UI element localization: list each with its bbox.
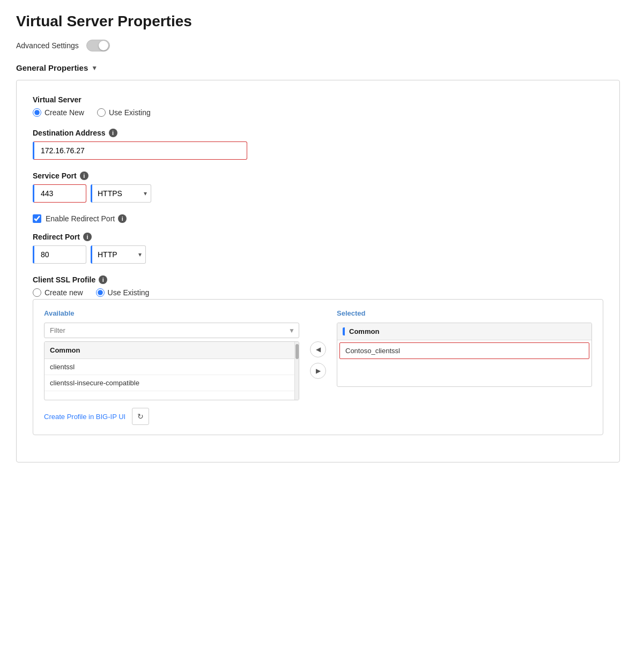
redirect-port-info-icon[interactable]: i: [118, 214, 127, 223]
redirect-port-field-info-icon[interactable]: i: [83, 233, 92, 241]
chevron-down-icon: ▼: [91, 64, 98, 72]
selected-column: Selected Common Contoso_clientssl: [337, 309, 592, 387]
create-new-radio-label: Create New: [45, 108, 84, 117]
available-item-clientssl[interactable]: clientssl: [45, 359, 299, 375]
virtual-server-group: Virtual Server Create New Use Existing: [33, 95, 603, 117]
service-port-input[interactable]: [33, 184, 86, 203]
create-profile-link[interactable]: Create Profile in BIG-IP UI: [44, 413, 125, 421]
create-new-radio[interactable]: [33, 108, 41, 117]
available-item-clientssl-insecure[interactable]: clientssl-insecure-compatible: [45, 375, 299, 391]
ssl-use-existing-label: Use Existing: [108, 288, 150, 297]
ssl-use-existing-radio-option[interactable]: Use Existing: [96, 288, 150, 297]
use-existing-radio-label: Use Existing: [109, 108, 151, 117]
properties-card: Virtual Server Create New Use Existing D…: [16, 80, 620, 462]
selected-list-box: Common Contoso_clientssl: [337, 323, 592, 387]
selected-column-title: Selected: [337, 309, 592, 317]
available-group-header-label: Common: [50, 346, 80, 354]
filter-input[interactable]: [44, 323, 299, 338]
redirect-port-group: Redirect Port i HTTP HTTPS: [33, 233, 603, 264]
advanced-settings-toggle[interactable]: [86, 40, 110, 51]
port-input-wrapper: [33, 184, 86, 203]
available-column: Available ▼ Common clientssl clientssl-i…: [44, 309, 299, 400]
enable-redirect-port-row: Enable Redirect Port i: [33, 214, 603, 223]
use-existing-radio-option[interactable]: Use Existing: [97, 108, 151, 117]
destination-address-label: Destination Address i: [33, 129, 603, 137]
transfer-right-button[interactable]: ▶: [310, 363, 326, 379]
client-ssl-profile-label: Client SSL Profile i: [33, 275, 603, 284]
filter-wrapper: ▼: [44, 323, 299, 338]
available-group-header[interactable]: Common: [45, 342, 299, 359]
protocol-select-wrapper: HTTPS HTTP FTP SMTP: [91, 184, 151, 203]
ssl-columns: Available ▼ Common clientssl clientssl-i…: [44, 309, 592, 400]
ssl-create-new-label: Create new: [45, 288, 83, 297]
redirect-protocol-select[interactable]: HTTP HTTPS: [92, 245, 146, 264]
destination-address-info-icon[interactable]: i: [109, 129, 117, 137]
available-column-title: Available: [44, 309, 299, 317]
enable-redirect-port-checkbox[interactable]: [33, 214, 41, 223]
advanced-settings-label: Advanced Settings: [16, 41, 79, 50]
refresh-icon: ↻: [137, 412, 144, 421]
destination-address-wrapper: [33, 141, 247, 160]
selected-group-header: Common: [337, 323, 591, 340]
redirect-port-input[interactable]: [33, 245, 86, 264]
refresh-button[interactable]: ↻: [132, 408, 149, 425]
destination-address-input[interactable]: [33, 141, 247, 160]
enable-redirect-port-label[interactable]: Enable Redirect Port i: [46, 214, 127, 223]
virtual-server-radio-group: Create New Use Existing: [33, 108, 603, 117]
service-port-row: HTTPS HTTP FTP SMTP: [33, 184, 603, 203]
ssl-use-existing-radio[interactable]: [96, 288, 105, 297]
destination-address-group: Destination Address i: [33, 129, 603, 160]
protocol-select[interactable]: HTTPS HTTP FTP SMTP: [92, 184, 151, 203]
available-list-box: Common clientssl clientssl-insecure-comp…: [44, 341, 299, 400]
service-port-label: Service Port i: [33, 171, 603, 180]
service-port-info-icon[interactable]: i: [80, 171, 88, 180]
scroll-track: [294, 342, 299, 400]
blue-bar: [343, 327, 345, 335]
ssl-create-new-radio[interactable]: [33, 288, 41, 297]
ssl-footer: Create Profile in BIG-IP UI ↻: [44, 408, 592, 425]
create-new-radio-option[interactable]: Create New: [33, 108, 84, 117]
selected-group-header-label: Common: [349, 327, 379, 335]
advanced-settings-row: Advanced Settings: [16, 40, 620, 51]
scroll-thumb: [295, 344, 299, 359]
redirect-port-row: HTTP HTTPS: [33, 245, 603, 264]
use-existing-radio[interactable]: [97, 108, 106, 117]
page-title: Virtual Server Properties: [16, 13, 620, 30]
client-ssl-info-icon[interactable]: i: [99, 275, 107, 284]
ssl-dual-list-section: Available ▼ Common clientssl clientssl-i…: [33, 299, 603, 435]
general-properties-section[interactable]: General Properties ▼: [16, 63, 620, 72]
redirect-port-input-wrapper: [33, 245, 86, 264]
redirect-protocol-wrapper: HTTP HTTPS: [91, 245, 146, 264]
service-port-group: Service Port i HTTPS HTTP FTP SMTP: [33, 171, 603, 203]
client-ssl-profile-group: Client SSL Profile i Create new Use Exis…: [33, 275, 603, 435]
redirect-port-label: Redirect Port i: [33, 233, 603, 241]
virtual-server-label: Virtual Server: [33, 95, 603, 104]
ssl-create-new-radio-option[interactable]: Create new: [33, 288, 83, 297]
general-properties-label: General Properties: [16, 63, 88, 72]
transfer-buttons-col: ◀ ▶: [310, 309, 326, 379]
client-ssl-radio-group: Create new Use Existing: [33, 288, 603, 297]
selected-item-contoso[interactable]: Contoso_clientssl: [339, 342, 589, 359]
transfer-left-button[interactable]: ◀: [310, 341, 326, 357]
